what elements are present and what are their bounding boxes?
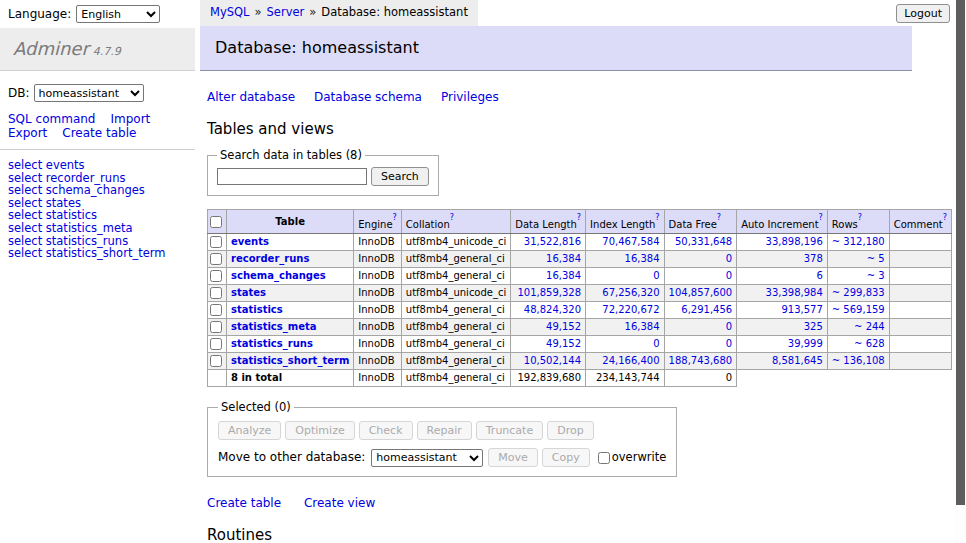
analyze-button[interactable]: Analyze bbox=[218, 421, 281, 440]
table-link-events[interactable]: events bbox=[231, 236, 269, 247]
help-link[interactable]: ? bbox=[943, 213, 947, 222]
data-free-link[interactable]: 188,743,680 bbox=[669, 355, 733, 366]
auto-increment-link[interactable]: 39,999 bbox=[788, 338, 823, 349]
row-checkbox[interactable] bbox=[210, 253, 222, 265]
row-checkbox[interactable] bbox=[210, 355, 222, 367]
privileges-link[interactable]: Privileges bbox=[441, 90, 499, 104]
table-link-states[interactable]: states bbox=[231, 287, 266, 298]
index-length-link[interactable]: 16,384 bbox=[625, 253, 660, 264]
table-link-schema-changes[interactable]: schema_changes bbox=[231, 270, 326, 281]
data-free-link[interactable]: 0 bbox=[726, 338, 732, 349]
data-free-link[interactable]: 0 bbox=[726, 253, 732, 264]
table-link-statistics-meta[interactable]: statistics_meta bbox=[231, 321, 316, 332]
row-checkbox[interactable] bbox=[210, 338, 222, 350]
check-button[interactable]: Check bbox=[359, 421, 413, 440]
help-link[interactable]: ? bbox=[858, 213, 862, 222]
auto-increment-link[interactable]: 378 bbox=[804, 253, 823, 264]
data-length-link[interactable]: 49,152 bbox=[546, 321, 581, 332]
alter-database-link[interactable]: Alter database bbox=[207, 90, 295, 104]
data-free-link[interactable]: 0 bbox=[726, 321, 732, 332]
table-link-recorder-runs[interactable]: recorder_runs bbox=[231, 253, 309, 264]
index-length-link[interactable]: 0 bbox=[653, 338, 659, 349]
auto-increment-link[interactable]: 33,898,196 bbox=[766, 236, 823, 247]
sidebar-action-create-table[interactable]: Create table bbox=[62, 127, 136, 141]
auto-increment-link[interactable]: 6 bbox=[816, 270, 822, 281]
db-select[interactable]: homeassistant bbox=[34, 84, 144, 102]
auto-increment-link[interactable]: 913,577 bbox=[781, 304, 822, 315]
data-length-link[interactable]: 49,152 bbox=[546, 338, 581, 349]
sidebar-action-import[interactable]: Import bbox=[110, 113, 150, 127]
breadcrumb-server[interactable]: Server bbox=[267, 5, 305, 19]
data-length-link[interactable]: 31,522,816 bbox=[524, 236, 581, 247]
index-length-link[interactable]: 24,166,400 bbox=[602, 355, 659, 366]
rows-estimate-link[interactable]: ~ 244 bbox=[854, 321, 885, 332]
data-free-link[interactable]: 104,857,600 bbox=[669, 287, 733, 298]
help-link[interactable]: ? bbox=[393, 213, 397, 222]
select-all-checkbox[interactable] bbox=[210, 216, 222, 228]
rows-estimate-link[interactable]: ~ 628 bbox=[854, 338, 885, 349]
scrollbar-thumb[interactable] bbox=[956, 0, 965, 505]
sidebar-select-statistics-meta[interactable]: select statistics_meta bbox=[8, 222, 187, 235]
row-checkbox[interactable] bbox=[210, 321, 222, 333]
move-db-select[interactable]: homeassistant bbox=[371, 449, 483, 467]
sidebar-select-schema-changes[interactable]: select schema_changes bbox=[8, 184, 187, 197]
help-link[interactable]: ? bbox=[819, 213, 823, 222]
table-link-statistics-runs[interactable]: statistics_runs bbox=[231, 338, 313, 349]
comment-cell bbox=[889, 302, 951, 319]
rows-estimate-link[interactable]: ~ 569,159 bbox=[832, 304, 885, 315]
create-view-link[interactable]: Create view bbox=[304, 496, 375, 510]
copy-button[interactable]: Copy bbox=[542, 448, 590, 467]
logout-button[interactable]: Logout bbox=[896, 4, 950, 23]
table-header-row: TableEngine?Collation?Data Length?Index … bbox=[208, 210, 952, 234]
help-link[interactable]: ? bbox=[717, 213, 721, 222]
help-link[interactable]: ? bbox=[577, 213, 581, 222]
data-length-link[interactable]: 101,859,328 bbox=[517, 287, 581, 298]
help-link[interactable]: ? bbox=[450, 213, 454, 222]
data-length-link[interactable]: 16,384 bbox=[546, 270, 581, 281]
breadcrumb-mysql[interactable]: MySQL bbox=[210, 5, 250, 19]
index-length-link[interactable]: 0 bbox=[653, 270, 659, 281]
table-link-statistics[interactable]: statistics bbox=[231, 304, 283, 315]
row-checkbox[interactable] bbox=[210, 270, 222, 282]
rows-estimate-link[interactable]: ~ 5 bbox=[867, 253, 885, 264]
row-checkbox[interactable] bbox=[210, 304, 222, 316]
truncate-button[interactable]: Truncate bbox=[476, 421, 543, 440]
auto-increment-link[interactable]: 8,581,645 bbox=[772, 355, 823, 366]
rows-estimate-link[interactable]: ~ 136,108 bbox=[832, 355, 885, 366]
scrollbar[interactable] bbox=[955, 0, 966, 543]
language-select[interactable]: English bbox=[76, 5, 160, 23]
index-length-link[interactable]: 72,220,672 bbox=[602, 304, 659, 315]
overwrite-checkbox[interactable] bbox=[598, 452, 610, 464]
data-free-link[interactable]: 6,291,456 bbox=[681, 304, 732, 315]
create-table-link[interactable]: Create table bbox=[207, 496, 281, 510]
index-length-link[interactable]: 16,384 bbox=[625, 321, 660, 332]
data-free-cell: 0 bbox=[664, 336, 737, 353]
help-link[interactable]: ? bbox=[655, 213, 659, 222]
drop-button[interactable]: Drop bbox=[547, 421, 593, 440]
sidebar-select-statistics-short-term[interactable]: select statistics_short_term bbox=[8, 247, 187, 260]
row-checkbox[interactable] bbox=[210, 287, 222, 299]
data-length-link[interactable]: 48,824,320 bbox=[524, 304, 581, 315]
optimize-button[interactable]: Optimize bbox=[285, 421, 354, 440]
move-button[interactable]: Move bbox=[488, 448, 538, 467]
search-input[interactable] bbox=[217, 168, 367, 185]
row-checkbox[interactable] bbox=[210, 236, 222, 248]
sidebar-select-events[interactable]: select events bbox=[8, 159, 187, 172]
index-length-link[interactable]: 70,467,584 bbox=[602, 236, 659, 247]
rows-estimate-link[interactable]: ~ 299,833 bbox=[832, 287, 885, 298]
data-free-link[interactable]: 0 bbox=[726, 270, 732, 281]
data-length-link[interactable]: 10,502,144 bbox=[524, 355, 581, 366]
repair-button[interactable]: Repair bbox=[417, 421, 472, 440]
rows-estimate-link[interactable]: ~ 3 bbox=[867, 270, 885, 281]
table-link-statistics-short-term[interactable]: statistics_short_term bbox=[231, 355, 349, 366]
database-schema-link[interactable]: Database schema bbox=[314, 90, 422, 104]
data-free-link[interactable]: 50,331,648 bbox=[675, 236, 732, 247]
index-length-link[interactable]: 67,256,320 bbox=[602, 287, 659, 298]
sidebar-action-sql-command[interactable]: SQL command bbox=[8, 113, 95, 127]
auto-increment-link[interactable]: 325 bbox=[804, 321, 823, 332]
rows-estimate-link[interactable]: ~ 312,180 bbox=[832, 236, 885, 247]
data-length-link[interactable]: 16,384 bbox=[546, 253, 581, 264]
auto-increment-link[interactable]: 33,398,984 bbox=[766, 287, 823, 298]
sidebar-action-export[interactable]: Export bbox=[8, 127, 47, 141]
search-button[interactable]: Search bbox=[371, 167, 429, 186]
